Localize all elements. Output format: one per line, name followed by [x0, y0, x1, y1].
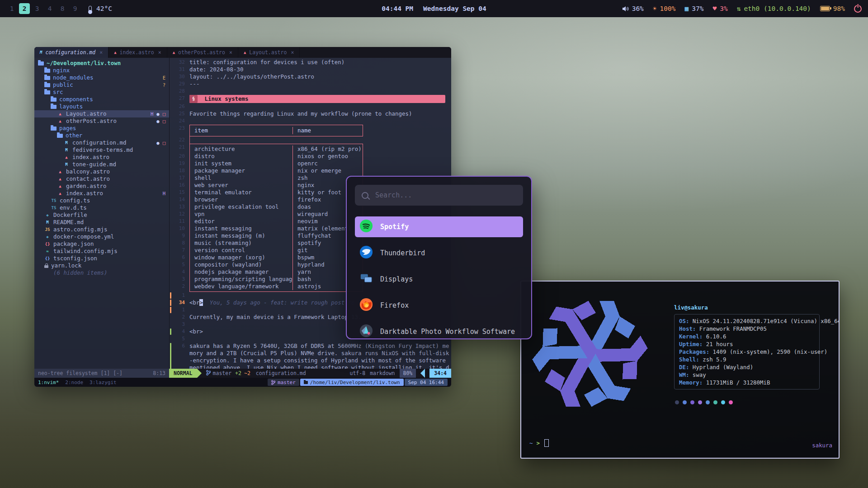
- tree-item[interactable]: ▲Layout.astroH●□: [34, 110, 169, 117]
- tmux-window-3:lazygit[interactable]: 3:lazygit: [90, 380, 117, 385]
- workspace-4[interactable]: 4: [44, 3, 55, 14]
- tree-item[interactable]: Mconfiguration.md●□: [34, 139, 169, 146]
- volume-value: 36%: [632, 5, 644, 12]
- tmux-window-1:nvim*[interactable]: 1:nvim*: [38, 380, 59, 385]
- search-input[interactable]: [374, 191, 516, 200]
- tree-item[interactable]: ◆Dockerfile: [34, 211, 169, 219]
- tree-item[interactable]: ▲index.astro: [34, 154, 169, 161]
- tree-item[interactable]: components: [34, 96, 169, 103]
- cpu-module[interactable]: ▦ 37%: [685, 5, 704, 12]
- table-cell-item: window manager (xorg): [190, 254, 293, 261]
- fetch-field-label: WM: [679, 371, 686, 378]
- git-branch-name: master: [213, 370, 232, 376]
- table-row: package managernix or emerge: [189, 167, 363, 174]
- tab-close-icon[interactable]: ×: [99, 49, 103, 56]
- table-cell-item: instant messaging: [190, 225, 293, 232]
- docker-file-icon: ◆: [44, 233, 51, 240]
- tree-item[interactable]: ▲index.astroH: [34, 190, 169, 197]
- tree-item[interactable]: public?: [34, 81, 169, 89]
- tmux-path: /home/liv/Development/liv.town: [310, 380, 400, 385]
- tmux-window-2:node[interactable]: 2:node: [65, 380, 83, 385]
- tree-item[interactable]: nginx: [34, 67, 169, 74]
- tree-item[interactable]: {}tsconfig.json: [34, 255, 169, 262]
- line-number: 13: [170, 203, 189, 211]
- tree-item[interactable]: layouts: [34, 103, 169, 110]
- launcher-item-firefox[interactable]: Firefox: [355, 295, 523, 316]
- tab-Layout.astro[interactable]: ▲Layout.astro×: [238, 47, 300, 58]
- launcher-item-displays[interactable]: Displays: [355, 269, 523, 290]
- tree-item[interactable]: ≈tailwind.config.mjs: [34, 248, 169, 255]
- table-cell-item: web server: [190, 182, 293, 189]
- tree-item[interactable]: (6 hidden items): [34, 269, 169, 277]
- displays-icon: [359, 272, 373, 287]
- nixos-logo: [528, 285, 652, 422]
- folder-icon: [44, 76, 50, 80]
- table-row: webdev language/frameworkastrojs: [189, 283, 363, 292]
- buffer-line: 18package managernix or emerge: [170, 167, 451, 174]
- tree-item[interactable]: {}package.json: [34, 240, 169, 248]
- tree-item[interactable]: other: [34, 132, 169, 139]
- network-module[interactable]: ⇅ eth0 (10.0.0.140): [737, 5, 811, 12]
- fetch-terminal-window[interactable]: liv@sakura OS: NixOS 24.11.20240828.71e9…: [520, 281, 840, 459]
- tab-otherPost.astro[interactable]: ▲otherPost.astro×: [167, 47, 238, 58]
- workspace-9[interactable]: 9: [70, 3, 80, 14]
- line-number: 24: [170, 117, 189, 125]
- tree-item[interactable]: ▲garden.astro: [34, 183, 169, 190]
- fetch-field: WM: sway: [679, 371, 815, 379]
- tree-item-label: src: [53, 89, 63, 96]
- brightness-module[interactable]: ☀ 100%: [653, 5, 676, 12]
- tree-item[interactable]: Mtone-guide.md: [34, 161, 169, 168]
- launcher-item-darktable[interactable]: Darktable Photo Workflow Software: [355, 321, 523, 339]
- tree-item[interactable]: ▲balcony.astro: [34, 168, 169, 175]
- tree-item-badges: H: [163, 190, 165, 197]
- tree-item[interactable]: MREADME.md: [34, 219, 169, 226]
- line-number: 31: [170, 66, 189, 73]
- tree-item[interactable]: TSenv.d.ts: [34, 204, 169, 211]
- tree-item[interactable]: ◆docker-compose.yml: [34, 233, 169, 240]
- tree-item[interactable]: yarn.lock: [34, 262, 169, 269]
- tree-item-badges: ●□: [156, 117, 165, 125]
- buffer-line: 6sakura has a Ryzen 5 7640U, 32GB of DDR…: [170, 343, 451, 369]
- statusline: neo-tree filesystem [1] [-] 8:13 NORMAL …: [34, 369, 451, 378]
- markdown-heading: § Linux systems: [189, 95, 445, 103]
- workspace-2[interactable]: 2: [19, 3, 30, 14]
- tree-item[interactable]: ▲contact.astro: [34, 175, 169, 183]
- fetch-field-label: Uptime: [679, 341, 699, 347]
- workspace-8[interactable]: 8: [57, 3, 68, 14]
- tree-root[interactable]: ~/Development/liv.town: [34, 60, 169, 67]
- buffer-line: 19init systemopenrc: [170, 160, 451, 167]
- workspace-3[interactable]: 3: [32, 3, 42, 14]
- tree-item[interactable]: JSastro.config.mjs: [34, 226, 169, 233]
- tree-item[interactable]: pages: [34, 125, 169, 132]
- power-module[interactable]: [854, 5, 862, 13]
- tab-close-icon[interactable]: ×: [229, 49, 232, 56]
- table-cell-item: vpn: [190, 211, 293, 218]
- tab-close-icon[interactable]: ×: [158, 49, 161, 56]
- tree-item[interactable]: src: [34, 89, 169, 96]
- mode-indicator: NORMAL: [169, 369, 197, 378]
- table-row: music (streaming)spotify: [189, 239, 363, 247]
- fetch-field-sep: :: [686, 364, 693, 371]
- tab-index.astro[interactable]: ▲index.astro×: [108, 47, 167, 58]
- markdown-file-icon: M: [44, 219, 51, 226]
- tree-item[interactable]: node_modulesE: [34, 74, 169, 81]
- tab-close-icon[interactable]: ×: [291, 49, 294, 56]
- workspace-1[interactable]: 1: [6, 3, 17, 14]
- line-number: 29: [170, 80, 189, 88]
- launcher-search[interactable]: [355, 185, 523, 206]
- line-number: 5: [170, 335, 189, 343]
- shell-prompt[interactable]: ~ >: [529, 439, 549, 447]
- battery-module[interactable]: 98%: [820, 5, 845, 12]
- volume-module[interactable]: 36%: [623, 5, 644, 12]
- launcher-item-spotify[interactable]: Spotify: [355, 216, 523, 237]
- launcher-item-thunderbird[interactable]: Thunderbird: [355, 243, 523, 263]
- fetch-field-value: 21 hours: [706, 341, 733, 347]
- tree-item[interactable]: ▲otherPost.astro●□: [34, 117, 169, 125]
- tab-configuration.md[interactable]: Mconfiguration.md×: [34, 47, 108, 58]
- tree-item[interactable]: Mfediverse-terms.md: [34, 146, 169, 154]
- folder-icon: [51, 127, 57, 131]
- file-tree[interactable]: ~/Development/liv.townnginxnode_modulesE…: [34, 58, 170, 369]
- load-module[interactable]: ♥ 3%: [712, 5, 727, 12]
- tree-item[interactable]: TSconfig.ts: [34, 197, 169, 204]
- tree-item-label: pages: [59, 125, 76, 132]
